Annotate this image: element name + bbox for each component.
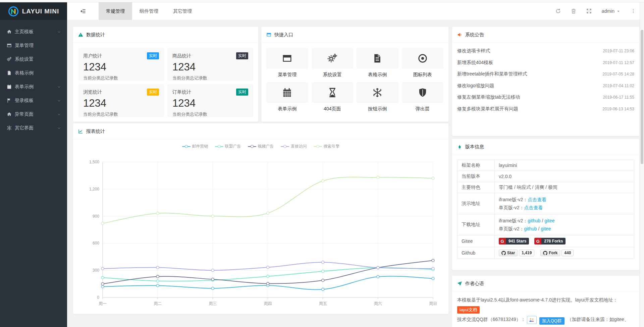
gitee-forks-badge[interactable]: G278 Forks bbox=[534, 238, 566, 244]
nav-tab[interactable]: 组件管理 bbox=[132, 2, 166, 20]
warning-icon bbox=[78, 32, 83, 37]
legend-item[interactable]: 直接访问 bbox=[281, 144, 307, 149]
sidebar-item-label: 主页模板 bbox=[15, 29, 57, 35]
table-row: 当前版本 v2.0.0 bbox=[458, 171, 634, 182]
nav-tab[interactable]: 常规管理 bbox=[99, 2, 132, 20]
layui-doc-badge[interactable]: layui文档 bbox=[457, 306, 480, 314]
stat-box: 订单统计 实时 1234 当前分类总记录数 bbox=[167, 84, 253, 117]
hamburger-icon bbox=[80, 8, 86, 14]
megaphone-icon bbox=[457, 32, 462, 37]
sidebar-item[interactable]: 表格示例 bbox=[0, 66, 67, 80]
notice-date: 2019-07-11 12:57 bbox=[603, 60, 634, 65]
quick-entry-item[interactable]: 系统设置 bbox=[312, 48, 354, 78]
demo-link-spa[interactable]: 点击查看 bbox=[524, 205, 543, 210]
github-fork-widget[interactable]: Fork 440 bbox=[540, 250, 574, 256]
quick-entry-icon-box bbox=[266, 82, 308, 103]
download-gitee-link[interactable]: gitee bbox=[544, 218, 554, 223]
sidebar-item[interactable]: 表单示例 bbox=[0, 80, 67, 94]
notice-date: 2019-07-04 11:02 bbox=[603, 84, 634, 88]
quick-entry-title: 快捷入口 bbox=[274, 32, 293, 38]
version-feat-label: 主要特色 bbox=[458, 182, 495, 193]
table-row: Github Star 1,419 Fork 440 bbox=[458, 247, 634, 259]
demo-link-iframe[interactable]: 点击查看 bbox=[528, 197, 546, 202]
quick-entry-label: 图标列表 bbox=[402, 72, 444, 78]
report-chart-svg: 03006009001,2001,500周一周二周三周四周五周六周日 bbox=[73, 150, 448, 309]
quick-entry-item[interactable]: 按钮示例 bbox=[357, 82, 398, 112]
legend-marker bbox=[314, 145, 322, 148]
sidebar-item[interactable]: 其它界面 bbox=[0, 121, 67, 135]
legend-item[interactable]: 搜索引擎 bbox=[314, 144, 340, 149]
user-menu[interactable]: admin bbox=[602, 8, 621, 14]
legend-label: 直接访问 bbox=[291, 144, 307, 149]
legend-item[interactable]: 视频广告 bbox=[248, 144, 274, 149]
quick-entry-item[interactable]: 表格示例 bbox=[357, 48, 398, 78]
report-card-title: 报表统计 bbox=[86, 128, 105, 134]
notice-text: 新增系统404模板 bbox=[457, 60, 493, 66]
gitee-stars-badge[interactable]: G941 Stars bbox=[499, 238, 529, 244]
refresh-icon[interactable] bbox=[555, 8, 561, 14]
notice-card: 系统公告 修改选项卡样式 2019-07-11 23:06 新增系统404模板 … bbox=[452, 27, 639, 136]
sidebar-item-label: 异常页面 bbox=[15, 111, 57, 117]
legend-item[interactable]: 联盟广告 bbox=[215, 144, 241, 149]
status-badge: 实时 bbox=[147, 89, 159, 96]
download-gitee-link2[interactable]: gitee bbox=[541, 226, 551, 231]
stat-value: 1234 bbox=[172, 97, 248, 109]
quick-entry-label: 404页面 bbox=[312, 106, 354, 112]
quick-entry-item[interactable]: 图标列表 bbox=[402, 48, 444, 78]
download-github-link[interactable]: github bbox=[528, 218, 540, 223]
fire-icon bbox=[457, 144, 462, 149]
sidebar-item[interactable]: 菜单管理 bbox=[0, 39, 67, 52]
nav-tabs: 常规管理 组件管理 其它管理 bbox=[99, 2, 199, 20]
window-top-strip bbox=[0, 0, 644, 2]
fullscreen-icon[interactable] bbox=[586, 8, 592, 14]
scrollbar-track[interactable] bbox=[640, 2, 644, 327]
username: admin bbox=[602, 8, 614, 14]
line-chart-icon bbox=[78, 129, 83, 134]
sidebar-collapse-button[interactable] bbox=[67, 2, 99, 20]
sidebar-item[interactable]: 登录模板 bbox=[0, 94, 67, 107]
demo-line2: 单页版-v2： bbox=[499, 205, 524, 210]
qq-group-icon bbox=[527, 316, 537, 324]
flag-icon bbox=[7, 98, 12, 103]
demo-line1: iframe版-v2： bbox=[499, 197, 528, 202]
quick-entry-item[interactable]: 弹出层 bbox=[402, 82, 444, 112]
app-title: LAYUI MINI bbox=[22, 8, 59, 15]
quick-entry-icon-box bbox=[312, 48, 354, 69]
version-name-value: layuimini bbox=[495, 160, 634, 171]
stat-value: 1234 bbox=[83, 97, 159, 109]
clear-cache-icon[interactable] bbox=[571, 8, 576, 14]
quick-entry-card: 快捷入口 菜单管理 系统设置 bbox=[261, 27, 448, 122]
gears-icon bbox=[327, 53, 337, 63]
nav-tab-label: 其它管理 bbox=[173, 8, 192, 14]
quick-entry-item[interactable]: 表单示例 bbox=[266, 82, 308, 112]
calendar-icon bbox=[7, 84, 12, 89]
version-name-label: 框架名称 bbox=[458, 160, 495, 171]
report-card: 报表统计 邮件营销 联盟广告 视频广告 bbox=[73, 123, 448, 314]
quick-entry-item[interactable]: 404页面 bbox=[312, 82, 354, 112]
sidebar-item[interactable]: 主页模板 bbox=[0, 25, 67, 39]
sidebar-item[interactable]: 系统设置 bbox=[0, 52, 67, 66]
top-header: 常规管理 组件管理 其它管理 admin bbox=[67, 2, 644, 20]
sidebar-item[interactable]: 异常页面 bbox=[0, 107, 67, 121]
stat-box: 商品统计 实时 1234 当前分类总记录数 bbox=[167, 48, 253, 81]
quick-entry-item[interactable]: 菜单管理 bbox=[266, 48, 308, 78]
legend-marker bbox=[215, 145, 223, 148]
author-card-title: 作者心语 bbox=[465, 281, 484, 287]
legend-marker bbox=[182, 145, 191, 148]
author-paragraph-2: 技术交流QQ群（667813249）： 加入QQ群 （加群请备注来源：如gite… bbox=[457, 315, 634, 327]
notice-text: 修复左侧菜单缩放tab无法移动 bbox=[457, 94, 520, 100]
dotcircle-icon bbox=[418, 53, 428, 63]
more-menu-icon[interactable] bbox=[631, 8, 636, 14]
download-github-link2[interactable]: github bbox=[524, 226, 537, 231]
legend-label: 邮件营销 bbox=[192, 144, 208, 149]
quick-entry-icon-box bbox=[357, 82, 398, 103]
window-icon bbox=[7, 43, 12, 48]
scrollbar-thumb[interactable] bbox=[641, 30, 643, 164]
join-qq-button[interactable]: 加入QQ群 bbox=[539, 317, 565, 325]
version-table-wrap: 框架名称 layuimini 当前版本 v2.0.0 主要特色 零门槛 / 响应… bbox=[452, 155, 639, 264]
github-star-widget[interactable]: Star 1,419 bbox=[499, 250, 534, 256]
svg-text:周六: 周六 bbox=[374, 301, 382, 306]
legend-item[interactable]: 邮件营销 bbox=[182, 144, 208, 149]
nav-tab[interactable]: 其它管理 bbox=[166, 2, 199, 20]
svg-text:900: 900 bbox=[93, 214, 99, 219]
